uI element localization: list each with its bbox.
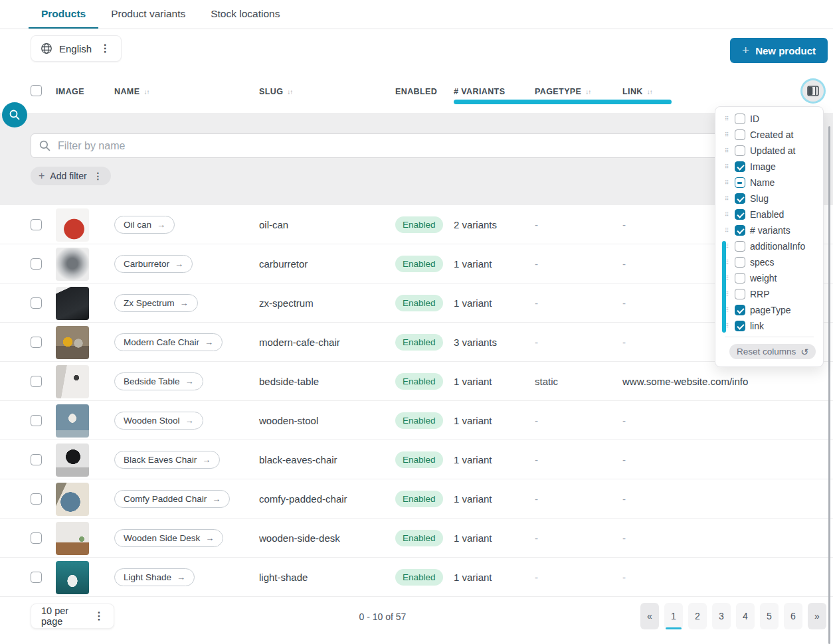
- column-header-pagetype[interactable]: PAGETYPE↓↑: [535, 87, 591, 96]
- row-checkbox[interactable]: [31, 532, 42, 544]
- column-option-image[interactable]: ⠿Image: [715, 159, 823, 175]
- drag-handle-icon[interactable]: ⠿: [725, 116, 730, 122]
- column-header-link[interactable]: LINK↓↑: [622, 87, 652, 96]
- reset-columns-button[interactable]: Reset columns ↺: [729, 344, 816, 359]
- pagetype-cell: -: [535, 297, 538, 309]
- page-button-5[interactable]: 5: [760, 603, 779, 629]
- sort-icon[interactable]: ↓↑: [585, 88, 591, 96]
- checkbox[interactable]: [735, 129, 745, 140]
- column-option-slug[interactable]: ⠿Slug: [715, 191, 823, 206]
- checkbox[interactable]: [735, 257, 745, 268]
- column-header-enabled[interactable]: ENABLED: [395, 87, 437, 96]
- column-option-additionalinfo[interactable]: ⠿additionalInfo: [715, 238, 823, 254]
- checkbox[interactable]: [735, 321, 745, 331]
- checkbox[interactable]: [735, 193, 745, 204]
- tab-products[interactable]: Products: [29, 0, 98, 29]
- row-checkbox[interactable]: [31, 258, 42, 270]
- table-row: Black Eaves Chair→ black-eaves-chair Ena…: [0, 440, 833, 479]
- checkbox[interactable]: [735, 305, 745, 315]
- filter-by-name-input[interactable]: [31, 133, 824, 158]
- variants-cell: 2 variants: [454, 219, 497, 230]
- product-name-link[interactable]: Black Eaves Chair→: [114, 451, 220, 469]
- row-checkbox[interactable]: [31, 337, 42, 348]
- column-header-slug[interactable]: SLUG↓↑: [259, 87, 292, 96]
- link-cell: -: [622, 219, 626, 230]
- product-name-link[interactable]: Carburretor→: [114, 255, 193, 273]
- column-option-enabled[interactable]: ⠿Enabled: [715, 206, 823, 222]
- pagetype-cell: -: [535, 219, 538, 230]
- drag-handle-icon[interactable]: ⠿: [725, 180, 730, 186]
- menu-scrollbar[interactable]: [722, 241, 726, 333]
- checkbox[interactable]: [735, 114, 745, 124]
- drag-handle-icon[interactable]: ⠿: [725, 228, 730, 234]
- column-header-variants[interactable]: # VARIANTS: [454, 87, 505, 96]
- row-checkbox[interactable]: [31, 493, 42, 505]
- checkbox[interactable]: [735, 273, 745, 283]
- add-filter-button[interactable]: + Add filter ⋮: [31, 167, 111, 185]
- slug-cell: modern-cafe-chair: [259, 337, 340, 348]
- product-name-link[interactable]: Bedside Table→: [114, 372, 203, 390]
- previous-page-button[interactable]: «: [640, 603, 659, 629]
- history-icon: ↺: [800, 347, 808, 357]
- row-checkbox[interactable]: [31, 572, 42, 583]
- tab-stock-locations[interactable]: Stock locations: [198, 0, 292, 29]
- product-name-link[interactable]: Wooden Stool→: [114, 412, 203, 430]
- checkbox[interactable]: [735, 177, 745, 188]
- page-button-3[interactable]: 3: [712, 603, 731, 629]
- row-checkbox[interactable]: [31, 415, 42, 426]
- language-menu-icon[interactable]: ⋮: [98, 43, 112, 54]
- column-option-rrp[interactable]: ⠿RRP: [715, 286, 823, 302]
- column-option-id[interactable]: ⠿ID: [715, 111, 823, 127]
- next-page-button[interactable]: »: [808, 603, 826, 629]
- row-checkbox[interactable]: [31, 454, 42, 465]
- drag-handle-icon[interactable]: ⠿: [725, 132, 730, 138]
- column-option-updated-at[interactable]: ⠿Updated at: [715, 143, 823, 159]
- column-option-link[interactable]: ⠿link: [715, 318, 823, 334]
- filter-menu-icon[interactable]: ⋮: [92, 171, 104, 181]
- sort-icon[interactable]: ↓↑: [647, 88, 652, 96]
- column-option-created-at[interactable]: ⠿Created at: [715, 127, 823, 143]
- tab-product-variants[interactable]: Product variants: [98, 0, 198, 29]
- row-checkbox[interactable]: [31, 297, 42, 309]
- sort-icon[interactable]: ↓↑: [143, 88, 149, 96]
- checkbox[interactable]: [735, 161, 745, 172]
- product-name-link[interactable]: Comfy Padded Chair→: [114, 490, 230, 508]
- search-toggle-button[interactable]: [2, 102, 27, 127]
- column-option-pagetype[interactable]: ⠿pageType: [715, 302, 823, 318]
- row-checkbox[interactable]: [31, 376, 42, 387]
- product-name-link[interactable]: Zx Spectrum→: [114, 294, 198, 312]
- column-header-name[interactable]: NAME↓↑: [114, 87, 149, 96]
- checkbox[interactable]: [735, 241, 745, 252]
- column-option-name[interactable]: ⠿Name: [715, 175, 823, 191]
- new-product-button[interactable]: + New product: [730, 38, 828, 63]
- page-button-2[interactable]: 2: [688, 603, 707, 629]
- arrow-right-icon: →: [202, 455, 211, 465]
- product-name-link[interactable]: Light Shade→: [114, 568, 195, 586]
- column-header-image[interactable]: IMAGE: [56, 87, 84, 96]
- language-selector[interactable]: English ⋮: [31, 35, 122, 62]
- checkbox[interactable]: [735, 145, 745, 156]
- drag-handle-icon[interactable]: ⠿: [725, 212, 730, 218]
- checkbox[interactable]: [735, 225, 745, 236]
- select-all-checkbox[interactable]: [31, 85, 42, 96]
- product-name-link[interactable]: Wooden Side Desk→: [114, 529, 223, 547]
- checkbox[interactable]: [735, 289, 745, 299]
- page-button-1[interactable]: 1: [664, 603, 683, 629]
- vertical-scrollbar[interactable]: [828, 126, 830, 644]
- column-option-weight[interactable]: ⠿weight: [715, 270, 823, 286]
- column-settings-button[interactable]: [802, 80, 824, 102]
- page-button-6[interactable]: 6: [784, 603, 802, 629]
- drag-handle-icon[interactable]: ⠿: [725, 164, 730, 170]
- slug-cell: carburretor: [259, 258, 308, 270]
- column-option-variants[interactable]: ⠿# variants: [715, 222, 823, 238]
- product-name-link[interactable]: Modern Cafe Chair→: [114, 333, 223, 351]
- drag-handle-icon[interactable]: ⠿: [725, 148, 730, 154]
- drag-handle-icon[interactable]: ⠿: [725, 196, 730, 202]
- product-table-body: Oil can→ oil-can Enabled 2 variants - - …: [0, 205, 833, 597]
- product-name-link[interactable]: Oil can→: [114, 216, 175, 234]
- row-checkbox[interactable]: [31, 219, 42, 230]
- checkbox[interactable]: [735, 209, 745, 220]
- sort-icon[interactable]: ↓↑: [287, 88, 292, 96]
- page-button-4[interactable]: 4: [736, 603, 755, 629]
- column-option-specs[interactable]: ⠿specs: [715, 254, 823, 270]
